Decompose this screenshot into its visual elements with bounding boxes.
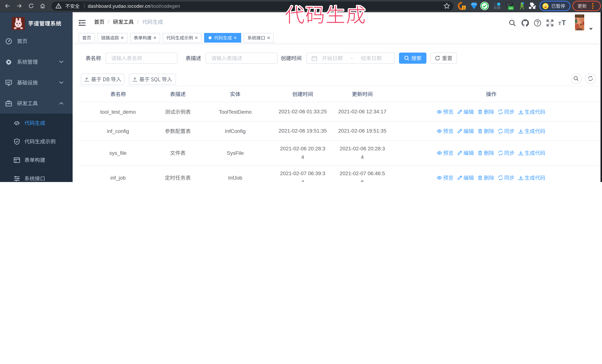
- svg-text:on: on: [509, 6, 513, 10]
- svg-text:T: T: [558, 21, 561, 26]
- svg-text:T: T: [562, 20, 566, 26]
- svg-text:1: 1: [463, 6, 465, 10]
